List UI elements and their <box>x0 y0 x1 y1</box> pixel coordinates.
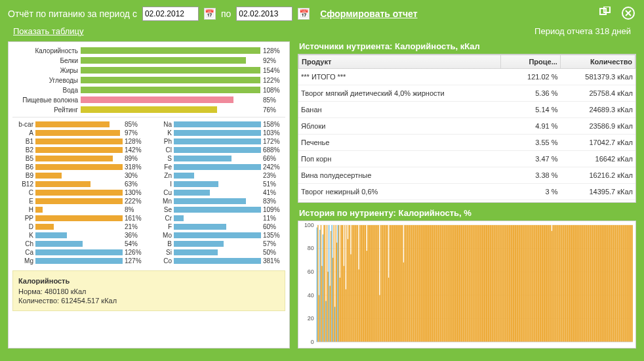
svg-rect-176 <box>475 225 475 342</box>
micro-percent: 50% <box>263 249 285 256</box>
micro-bar-row[interactable]: A97% <box>12 129 147 137</box>
micro-percent: 126% <box>125 249 147 256</box>
summary-bar-row[interactable]: Вода108% <box>12 85 285 95</box>
svg-rect-228 <box>527 225 527 342</box>
svg-rect-314 <box>612 225 613 342</box>
micro-bar-row[interactable]: S66% <box>151 154 285 163</box>
bar-fill <box>81 96 233 103</box>
micro-bar-row[interactable]: B57% <box>151 240 285 248</box>
svg-rect-70 <box>369 225 370 342</box>
micro-bar-row[interactable]: Si50% <box>151 248 285 257</box>
date-to-input[interactable] <box>236 7 292 21</box>
micro-bar-row[interactable]: Mo135% <box>151 231 285 240</box>
micro-bar-row[interactable]: B1128% <box>12 137 147 146</box>
micro-percent: 97% <box>125 129 147 137</box>
table-row[interactable]: Печенье3.55 %17042.7 кКал <box>298 135 635 151</box>
svg-rect-287 <box>585 225 586 342</box>
micro-bar-row[interactable]: B6318% <box>12 163 147 171</box>
svg-rect-125 <box>424 225 424 342</box>
summary-bar-row[interactable]: Белки92% <box>12 56 285 65</box>
micro-bar-row[interactable]: B1263% <box>12 180 147 188</box>
micro-bar-row[interactable]: F60% <box>151 223 285 231</box>
micro-bar-row[interactable]: Fe242% <box>151 163 285 171</box>
show-table-link[interactable]: Показать таблицу <box>13 26 84 36</box>
summary-bar-row[interactable]: Калорийность128% <box>12 46 285 55</box>
micro-bar-row[interactable]: K36% <box>12 231 147 240</box>
micro-bar-row[interactable]: Ca126% <box>12 248 147 257</box>
micro-bar-row[interactable]: K103% <box>151 129 285 137</box>
micro-bar-row[interactable]: Ch54% <box>12 240 147 248</box>
calendar-from-icon[interactable]: 📅 <box>204 8 216 20</box>
svg-rect-209 <box>508 225 508 342</box>
svg-rect-210 <box>508 225 509 342</box>
micro-bar-row[interactable]: D21% <box>12 223 147 231</box>
summary-bar-row[interactable]: Углеводы122% <box>12 75 285 85</box>
generate-report-link[interactable]: Сформировать отчет <box>320 9 417 19</box>
maximize-icon[interactable] <box>599 7 613 17</box>
micro-percent: 161% <box>125 215 147 222</box>
svg-rect-190 <box>489 225 489 342</box>
summary-bar-row[interactable]: Рейтинг76% <box>12 105 285 114</box>
svg-rect-25 <box>325 225 325 342</box>
svg-rect-262 <box>560 225 561 342</box>
micro-bar-row[interactable]: B2142% <box>12 146 147 154</box>
svg-rect-121 <box>420 225 420 342</box>
svg-rect-40 <box>340 278 340 342</box>
table-row[interactable]: Вина полудесертные3.38 %16216.2 кКал <box>298 167 635 184</box>
table-row[interactable]: *** ИТОГО ***121.02 %581379.3 кКал <box>298 69 635 85</box>
svg-rect-215 <box>513 225 514 342</box>
micro-bar-row[interactable]: Mn83% <box>151 197 285 205</box>
micro-bar-row[interactable]: Co381% <box>151 257 285 265</box>
col-quantity[interactable]: Количество <box>560 55 635 69</box>
svg-rect-142 <box>441 225 441 342</box>
svg-rect-146 <box>445 225 445 342</box>
svg-rect-168 <box>467 225 468 342</box>
svg-rect-170 <box>469 225 470 342</box>
svg-rect-187 <box>486 225 487 342</box>
micro-bar-row[interactable]: Ph172% <box>151 137 285 146</box>
svg-rect-48 <box>348 239 348 342</box>
table-row[interactable]: Творог мягкий диетический 4,0% жирности5… <box>298 85 635 102</box>
micro-bar-row[interactable]: I51% <box>151 180 285 188</box>
micro-bar-row[interactable]: PP161% <box>12 214 147 223</box>
calendar-to-icon[interactable]: 📅 <box>298 8 310 20</box>
micro-bar-row[interactable]: B930% <box>12 171 147 180</box>
svg-rect-294 <box>592 225 593 342</box>
svg-rect-64 <box>363 225 364 342</box>
table-row[interactable]: Банан5.14 %24689.3 кКал <box>298 102 635 118</box>
micro-bar-row[interactable]: Cu41% <box>151 188 285 197</box>
table-row[interactable]: Поп корн3.47 %16642 кКал <box>298 151 635 167</box>
cell-product: Банан <box>298 102 500 118</box>
col-percent[interactable]: Проце... <box>500 55 560 69</box>
svg-rect-21 <box>321 225 321 342</box>
summary-bar-row[interactable]: Пищевые волокна85% <box>12 95 285 104</box>
svg-rect-104 <box>403 263 404 342</box>
svg-rect-285 <box>583 225 584 342</box>
svg-rect-105 <box>404 225 405 342</box>
micro-label: K <box>151 129 174 137</box>
close-icon[interactable] <box>622 7 635 20</box>
micro-bar-row[interactable]: Zn23% <box>151 171 285 180</box>
summary-bar-row[interactable]: Жиры154% <box>12 66 285 75</box>
table-row[interactable]: Творог нежирный 0,6%3 %14395.7 кКал <box>298 184 635 200</box>
svg-rect-271 <box>569 225 570 342</box>
micro-bar-row[interactable]: Cl688% <box>151 146 285 154</box>
svg-rect-216 <box>515 225 515 342</box>
svg-rect-206 <box>504 225 505 342</box>
micro-bar-row[interactable]: b-car85% <box>12 120 147 129</box>
micro-fill <box>174 249 218 255</box>
micro-bar-row[interactable]: E222% <box>12 197 147 205</box>
micro-bar-row[interactable]: H8% <box>12 205 147 214</box>
table-row[interactable]: Яблоки4.91 %23586.9 кКал <box>298 118 635 135</box>
micro-bar-row[interactable]: Na158% <box>151 120 285 129</box>
micro-bar-row[interactable]: Se109% <box>151 205 285 214</box>
micro-bar-row[interactable]: C130% <box>12 188 147 197</box>
svg-rect-330 <box>628 225 628 342</box>
micro-bar-row[interactable]: Cr11% <box>151 214 285 223</box>
date-from-input[interactable] <box>142 7 199 21</box>
micro-bar-row[interactable]: B589% <box>12 154 147 163</box>
micro-bar-row[interactable]: Mg127% <box>12 257 147 265</box>
svg-rect-198 <box>496 225 497 342</box>
svg-rect-139 <box>438 225 439 342</box>
col-product[interactable]: Продукт <box>299 55 501 69</box>
